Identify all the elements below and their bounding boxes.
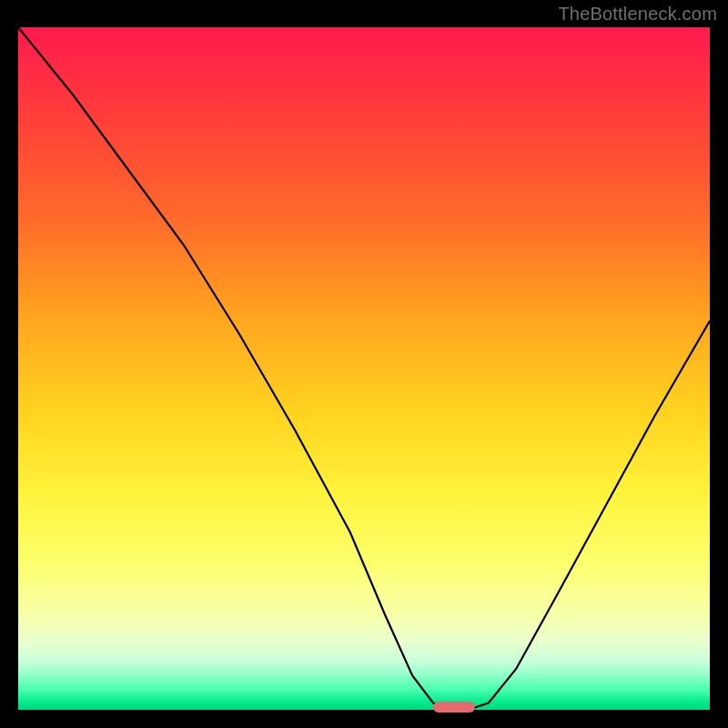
chart-frame: TheBottleneck.com	[0, 0, 728, 728]
curve-path	[18, 27, 710, 710]
plot-area	[18, 27, 710, 710]
optimal-range-marker	[433, 702, 475, 713]
watermark-text: TheBottleneck.com	[558, 4, 717, 25]
bottleneck-curve	[18, 27, 710, 710]
